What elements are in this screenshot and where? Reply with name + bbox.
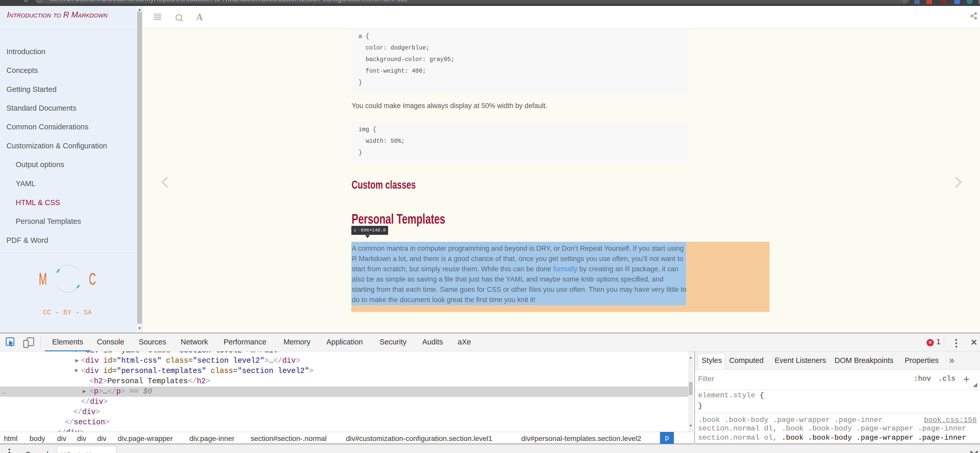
svg-text:C: C xyxy=(89,270,96,288)
svg-text:M: M xyxy=(39,270,47,288)
